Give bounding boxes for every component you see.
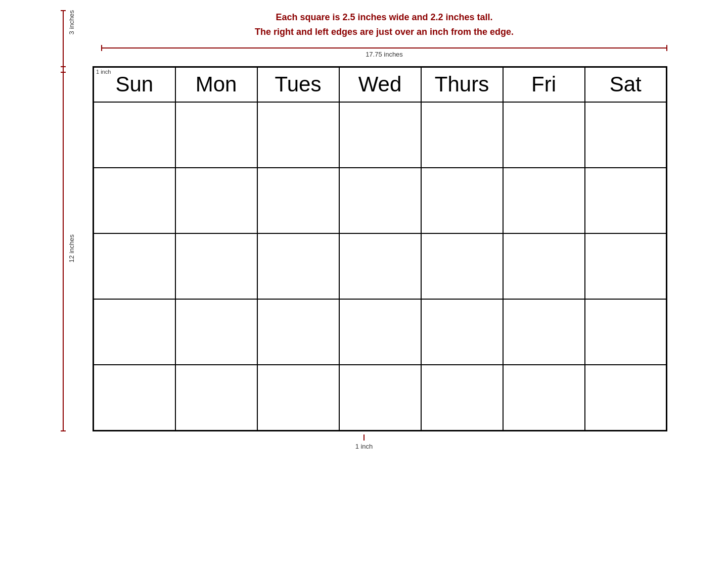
top-vertical-annotation: 3 inches (61, 10, 75, 73)
calendar-cell (585, 299, 667, 365)
header-wed: Wed (339, 67, 421, 102)
instruction-line1: Each square is 2.5 inches wide and 2.2 i… (255, 10, 514, 25)
instructions: Each square is 2.5 inches wide and 2.2 i… (255, 10, 514, 39)
table-row (94, 365, 667, 430)
calendar-body (94, 102, 667, 430)
header-sat: Sat (585, 67, 667, 102)
day-tues: Tues (275, 72, 322, 96)
height-label: 12 inches (68, 234, 75, 263)
calendar-cell (257, 299, 339, 365)
day-wed: Wed (358, 72, 402, 96)
width-ruler: 17.75 inches (101, 47, 667, 58)
table-row (94, 299, 667, 365)
thurs-header-inner: Thurs (422, 68, 503, 102)
left-side-annotation: 12 inches (61, 66, 88, 431)
calendar-cell (503, 168, 585, 233)
left-line-stretch (63, 67, 64, 430)
calendar-cell (94, 365, 175, 430)
left-bottom-cap (61, 430, 66, 431)
calendar-cell (175, 168, 257, 233)
header-thurs: Thurs (421, 67, 503, 102)
calendar-cell (175, 365, 257, 430)
calendar-cell (257, 365, 339, 430)
header-row: 1 inch Sun Mon Tues (94, 67, 667, 102)
day-thurs: Thurs (435, 72, 489, 96)
page-container: 3 inches Each square is 2.5 inches wide … (61, 10, 667, 450)
calendar-cell (257, 168, 339, 233)
width-label: 17.75 inches (366, 51, 403, 58)
calendar-cell (503, 233, 585, 299)
header-tues: Tues (257, 67, 339, 102)
left-vertical-line (61, 66, 66, 431)
table-row (94, 168, 667, 233)
header-mon: Mon (175, 67, 257, 102)
ruler-line (101, 47, 667, 48)
calendar-cell (503, 299, 585, 365)
top-height-label: 3 inches (68, 10, 75, 34)
bottom-tick (363, 434, 365, 441)
calendar-cell (503, 102, 585, 168)
calendar-cell (421, 102, 503, 168)
calendar-cell (339, 102, 421, 168)
top-annotation: 3 inches Each square is 2.5 inches wide … (61, 10, 667, 61)
day-sat: Sat (610, 72, 642, 96)
day-fri: Fri (531, 72, 556, 96)
table-row (94, 102, 667, 168)
calendar-cell (175, 233, 257, 299)
calendar-cell (175, 102, 257, 168)
sun-inch-label: 1 inch (96, 69, 111, 75)
calendar-cell (339, 233, 421, 299)
calendar-cell (585, 168, 667, 233)
calendar-cell (175, 299, 257, 365)
calendar-cell (339, 168, 421, 233)
day-mon: Mon (196, 72, 237, 96)
calendar-cell (585, 233, 667, 299)
table-row (94, 233, 667, 299)
top-line-segment (63, 11, 64, 72)
header-sun: 1 inch Sun (94, 67, 175, 102)
calendar-table: 1 inch Sun Mon Tues (93, 66, 667, 431)
calendar-wrapper: 12 inches 1 inch Sun Mon (61, 66, 667, 431)
calendar-cell (339, 299, 421, 365)
calendar-cell (585, 102, 667, 168)
tues-header-inner: Tues (258, 68, 339, 102)
header-fri: Fri (503, 67, 585, 102)
calendar-cell (94, 299, 175, 365)
calendar-cell (503, 365, 585, 430)
sat-header-inner: Sat (585, 68, 666, 102)
day-sun: Sun (115, 72, 153, 96)
top-vertical-line (61, 10, 66, 73)
sun-header-inner: 1 inch Sun (94, 68, 175, 102)
calendar-cell (421, 299, 503, 365)
calendar-cell (421, 168, 503, 233)
calendar-cell (421, 365, 503, 430)
fri-header-inner: Fri (504, 68, 584, 102)
calendar-cell (94, 102, 175, 168)
calendar-cell (94, 233, 175, 299)
mon-header-inner: Mon (176, 68, 257, 102)
bottom-annotation: 1 inch (355, 434, 373, 450)
calendar-cell (585, 365, 667, 430)
instruction-line2: The right and left edges are just over a… (255, 25, 514, 39)
calendar-cell (257, 102, 339, 168)
wed-header-inner: Wed (340, 68, 421, 102)
calendar-cell (421, 233, 503, 299)
bottom-inch-label: 1 inch (355, 443, 373, 450)
calendar-cell (257, 233, 339, 299)
calendar-cell (339, 365, 421, 430)
calendar-cell (94, 168, 175, 233)
